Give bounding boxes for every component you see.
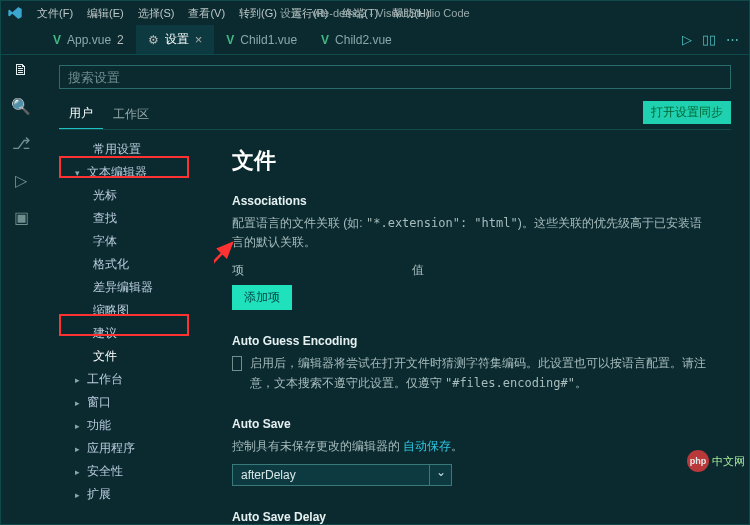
settings-search-input[interactable] bbox=[59, 65, 731, 89]
menu-bar: 文件(F) 编辑(E) 选择(S) 查看(V) 转到(G) 运行(R) 终端(T… bbox=[1, 1, 749, 25]
select-value: afterDelay bbox=[233, 465, 429, 485]
settings-scope-tabs: 用户 工作区 打开设置同步 bbox=[59, 99, 731, 130]
tab-label: Child2.vue bbox=[335, 33, 392, 47]
tree-security[interactable]: ▸安全性 bbox=[69, 460, 214, 483]
close-icon[interactable]: × bbox=[195, 32, 203, 47]
settings-heading: 文件 bbox=[232, 146, 713, 176]
tree-find[interactable]: 查找 bbox=[69, 207, 214, 230]
setting-associations: Associations 配置语言的文件关联 (如: "*.extension"… bbox=[232, 194, 713, 310]
vue-icon: V bbox=[321, 33, 329, 47]
tab-child1-vue[interactable]: V Child1.vue bbox=[214, 25, 309, 54]
vue-icon: V bbox=[53, 33, 61, 47]
tree-cursor[interactable]: 光标 bbox=[69, 184, 214, 207]
tree-diff[interactable]: 差异编辑器 bbox=[69, 276, 214, 299]
watermark-text: 中文网 bbox=[712, 454, 745, 469]
chevron-right-icon: ▸ bbox=[75, 421, 83, 431]
tree-workbench[interactable]: ▸工作台 bbox=[69, 368, 214, 391]
add-item-button[interactable]: 添加项 bbox=[232, 285, 292, 310]
menu-select[interactable]: 选择(S) bbox=[132, 4, 181, 23]
vue-icon: V bbox=[226, 33, 234, 47]
php-logo-icon: php bbox=[687, 450, 709, 472]
tree-window[interactable]: ▸窗口 bbox=[69, 391, 214, 414]
run-debug-icon[interactable]: ▷ bbox=[15, 171, 27, 190]
tree-suggest[interactable]: 建议 bbox=[69, 322, 214, 345]
tab-settings[interactable]: ⚙ 设置 × bbox=[136, 25, 215, 54]
vscode-icon bbox=[7, 5, 23, 21]
chevron-right-icon: ▸ bbox=[75, 467, 83, 477]
chevron-right-icon: ▸ bbox=[75, 375, 83, 385]
chevron-right-icon: ▸ bbox=[75, 398, 83, 408]
link-auto-save[interactable]: 自动保存 bbox=[403, 439, 451, 453]
tree-font[interactable]: 字体 bbox=[69, 230, 214, 253]
search-icon[interactable]: 🔍 bbox=[11, 97, 31, 116]
gear-icon: ⚙ bbox=[148, 33, 159, 47]
tab-app-vue[interactable]: V App.vue 2 bbox=[41, 25, 136, 54]
tree-common[interactable]: 常用设置 bbox=[69, 138, 214, 161]
menu-edit[interactable]: 编辑(E) bbox=[81, 4, 130, 23]
setting-label: Auto Save bbox=[232, 417, 713, 431]
source-control-icon[interactable]: ⎇ bbox=[12, 134, 30, 153]
tree-application[interactable]: ▸应用程序 bbox=[69, 437, 214, 460]
tab-label: 设置 bbox=[165, 31, 189, 48]
associations-table: 项 值 添加项 bbox=[232, 262, 713, 310]
tree-formatting[interactable]: 格式化 bbox=[69, 253, 214, 276]
setting-label: Auto Guess Encoding bbox=[232, 334, 713, 348]
run-icon[interactable]: ▷ bbox=[682, 32, 692, 47]
svg-line-0 bbox=[214, 243, 232, 303]
explorer-icon[interactable]: 🗎 bbox=[13, 61, 29, 79]
scope-user[interactable]: 用户 bbox=[59, 99, 103, 129]
chevron-right-icon: ▸ bbox=[75, 444, 83, 454]
settings-editor: 用户 工作区 打开设置同步 常用设置 ▾文本编辑器 光标 查找 字体 格式化 差… bbox=[41, 55, 749, 524]
activity-bar: 🗎 🔍 ⎇ ▷ ▣ bbox=[1, 55, 41, 524]
extensions-icon[interactable]: ▣ bbox=[14, 208, 29, 227]
setting-description: 控制具有未保存更改的编辑器的 自动保存。 bbox=[232, 437, 713, 456]
tab-label: Child1.vue bbox=[240, 33, 297, 47]
sync-settings-button[interactable]: 打开设置同步 bbox=[643, 101, 731, 124]
setting-label: Associations bbox=[232, 194, 713, 208]
tree-minimap[interactable]: 缩略图 bbox=[69, 299, 214, 322]
settings-tree: 常用设置 ▾文本编辑器 光标 查找 字体 格式化 差异编辑器 缩略图 建议 文件… bbox=[59, 138, 214, 524]
scope-workspace[interactable]: 工作区 bbox=[103, 100, 159, 129]
tab-suffix: 2 bbox=[117, 33, 124, 47]
setting-description: 启用后，编辑器将尝试在打开文件时猜测字符集编码。此设置也可以按语言配置。请注意，… bbox=[250, 354, 713, 392]
tree-files[interactable]: 文件 bbox=[69, 345, 214, 368]
auto-save-select[interactable]: afterDelay ⌄ bbox=[232, 464, 452, 486]
assoc-col-value: 值 bbox=[412, 262, 424, 279]
setting-label: Auto Save Delay bbox=[232, 510, 713, 524]
setting-auto-guess-encoding: Auto Guess Encoding 启用后，编辑器将尝试在打开文件时猜测字符… bbox=[232, 334, 713, 392]
watermark: php 中文网 bbox=[687, 450, 745, 472]
tab-label: App.vue bbox=[67, 33, 111, 47]
more-icon[interactable]: ⋯ bbox=[726, 32, 739, 47]
menu-goto[interactable]: 转到(G) bbox=[233, 4, 283, 23]
tree-extensions[interactable]: ▸扩展 bbox=[69, 483, 214, 506]
setting-auto-save: Auto Save 控制具有未保存更改的编辑器的 自动保存。 afterDela… bbox=[232, 417, 713, 486]
chevron-down-icon[interactable]: ⌄ bbox=[429, 465, 451, 485]
setting-auto-save-delay: Auto Save Delay 控制自动保存具有未保存更改的编辑器之前的延迟(以… bbox=[232, 510, 713, 524]
menu-file[interactable]: 文件(F) bbox=[31, 4, 79, 23]
assoc-col-key: 项 bbox=[232, 262, 412, 279]
split-editor-icon[interactable]: ▯▯ bbox=[702, 32, 716, 47]
tree-text-editor[interactable]: ▾文本编辑器 bbox=[69, 161, 214, 184]
menu-view[interactable]: 查看(V) bbox=[182, 4, 231, 23]
setting-description: 配置语言的文件关联 (如: "*.extension": "html")。这些关… bbox=[232, 214, 713, 252]
settings-content[interactable]: 文件 Associations 配置语言的文件关联 (如: "*.extensi… bbox=[214, 138, 731, 524]
chevron-down-icon: ▾ bbox=[75, 168, 83, 178]
editor-tabs: V App.vue 2 ⚙ 设置 × V Child1.vue V Child2… bbox=[1, 25, 749, 55]
window-title: 设置 - vite-demo2 - Visual Studio Code bbox=[280, 6, 469, 21]
checkbox[interactable] bbox=[232, 356, 242, 371]
tab-child2-vue[interactable]: V Child2.vue bbox=[309, 25, 404, 54]
tree-features[interactable]: ▸功能 bbox=[69, 414, 214, 437]
chevron-right-icon: ▸ bbox=[75, 490, 83, 500]
